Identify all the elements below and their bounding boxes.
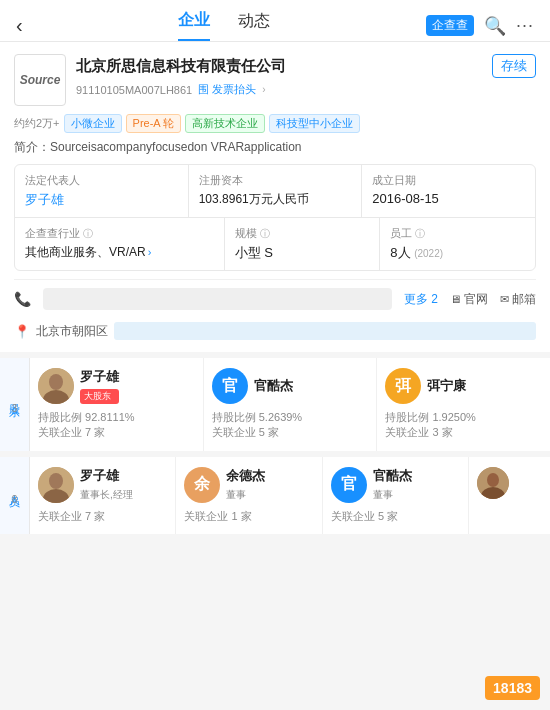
member-3-name: 官酷杰 <box>373 467 412 485</box>
back-button[interactable]: ‹ <box>16 14 23 37</box>
save-button[interactable]: 存续 <box>492 54 536 78</box>
members-section: 人员 8 罗子雄 董事长,经理 <box>0 457 550 534</box>
member-3[interactable]: 官 官酷杰 董事 关联企业 5 家 <box>323 457 469 534</box>
shareholder-3[interactable]: 弭 弭宁康 持股比例 1.9250% 关联企业 3 家 <box>377 358 550 451</box>
member-1[interactable]: 罗子雄 董事长,经理 关联企业 7 家 <box>30 457 176 534</box>
more-link[interactable]: 更多 2 <box>404 291 438 308</box>
chevron-right-icon: › <box>262 84 265 95</box>
shareholder-2-detail: 持股比例 5.2639% 关联企业 5 家 <box>212 410 369 441</box>
member-3-detail: 关联企业 5 家 <box>331 509 460 524</box>
reg-capital-label: 注册资本 <box>199 173 352 188</box>
members-content: 罗子雄 董事长,经理 关联企业 7 家 余 余德杰 董事 <box>30 457 550 534</box>
member-1-detail: 关联企业 7 家 <box>38 509 167 524</box>
member-2-detail: 关联企业 1 家 <box>184 509 313 524</box>
info-grid: 法定代表人 罗子雄 注册资本 103.8961万元人民币 成立日期 2016-0… <box>14 164 536 271</box>
member-2[interactable]: 余 余德杰 董事 关联企业 1 家 <box>176 457 322 534</box>
shareholder-2[interactable]: 官 官酷杰 持股比例 5.2639% 关联企业 5 家 <box>204 358 378 451</box>
member-3-role: 董事 <box>373 488 412 502</box>
nav-tabs: 企业 动态 <box>178 10 270 41</box>
shareholder-3-name-col: 弭宁康 <box>427 377 466 395</box>
email-link[interactable]: ✉ 邮箱 <box>500 291 536 308</box>
contact-row: 📞 更多 2 🖥 官网 ✉ 邮箱 › <box>14 279 536 316</box>
members-wrapper: 人员 8 罗子雄 董事长,经理 <box>0 457 550 534</box>
member-2-name: 余德杰 <box>226 467 265 485</box>
legal-rep-label: 法定代表人 <box>25 173 178 188</box>
watermark: 18183 <box>485 676 540 700</box>
svg-point-7 <box>487 473 499 487</box>
top-nav: ‹ 企业 动态 企查查 🔍 ··· <box>0 0 550 42</box>
industry-value[interactable]: 其他商业服务、VR/AR› <box>25 244 214 261</box>
est-date-label: 成立日期 <box>372 173 525 188</box>
member-3-avatar-row: 官 官酷杰 董事 <box>331 467 460 503</box>
shareholder-1-detail: 持股比例 92.8111% 关联企业 7 家 <box>38 410 195 441</box>
member-1-name-col: 罗子雄 董事长,经理 <box>80 467 133 502</box>
tab-dynamic[interactable]: 动态 <box>238 11 270 40</box>
info-row-2: 企查查行业 ⓘ 其他商业服务、VR/AR› 规模 ⓘ 小型 S 员工 ⓘ <box>15 218 535 270</box>
company-card: Source 北京所思信息科技有限责任公司 存续 91110105MA007LH… <box>0 42 550 352</box>
shareholder-2-avatar: 官 <box>212 368 248 404</box>
shareholder-3-avatar-row: 弭 弭宁康 <box>385 368 542 404</box>
location-icon: 📍 <box>14 324 30 339</box>
brand-badge: 企查查 <box>426 15 474 36</box>
info-icon-3: ⓘ <box>415 227 425 241</box>
shareholders-content: 罗子雄 大股东 持股比例 92.8111% 关联企业 7 家 官 官酷杰 <box>30 358 550 451</box>
info-icon: ⓘ <box>83 227 93 241</box>
company-name-row: 北京所思信息科技有限责任公司 存续 <box>76 54 536 78</box>
tag-small-enterprise[interactable]: 小微企业 <box>64 114 122 133</box>
followers-count: 约约2万+ <box>14 116 60 131</box>
major-shareholder-badge: 大股东 <box>80 389 119 404</box>
legal-rep-value[interactable]: 罗子雄 <box>25 191 178 209</box>
shareholder-2-name: 官酷杰 <box>254 377 293 395</box>
company-name: 北京所思信息科技有限责任公司 <box>76 56 492 76</box>
shareholders-section: 股东 3 罗子雄 大股东 <box>0 358 550 451</box>
member-2-name-col: 余德杰 董事 <box>226 467 265 502</box>
shareholder-2-avatar-row: 官 官酷杰 <box>212 368 369 404</box>
legal-rep-cell: 法定代表人 罗子雄 <box>15 165 189 217</box>
info-row-1: 法定代表人 罗子雄 注册资本 103.8961万元人民币 成立日期 2016-0… <box>15 165 535 218</box>
est-date-value: 2016-08-15 <box>372 191 525 206</box>
employee-cell: 员工 ⓘ 8人 (2022) <box>380 218 535 270</box>
search-icon[interactable]: 🔍 <box>484 15 506 37</box>
shareholders-label: 股东 <box>7 395 22 399</box>
phone-icon: 📞 <box>14 291 31 307</box>
website-link[interactable]: 🖥 官网 <box>450 291 488 308</box>
address-text: 北京市朝阳区 <box>36 323 108 340</box>
member-1-avatar-row: 罗子雄 董事长,经理 <box>38 467 167 503</box>
member-2-role: 董事 <box>226 488 265 502</box>
industry-cell: 企查查行业 ⓘ 其他商业服务、VR/AR› <box>15 218 225 270</box>
company-info: 北京所思信息科技有限责任公司 存续 91110105MA007LH861 围 发… <box>76 54 536 97</box>
company-meta: 约约2万+ 小微企业 Pre-A 轮 高新技术企业 科技型中小企业 <box>14 114 536 133</box>
member-4-avatar <box>477 467 509 499</box>
more-icon[interactable]: ··· <box>516 15 534 36</box>
shareholder-1-avatar-row: 罗子雄 大股东 <box>38 368 195 404</box>
reg-capital-cell: 注册资本 103.8961万元人民币 <box>189 165 363 217</box>
shareholder-2-name-col: 官酷杰 <box>254 377 293 395</box>
members-label-col: 人员 8 <box>0 457 30 534</box>
est-date-cell: 成立日期 2016-08-15 <box>362 165 535 217</box>
scale-value: 小型 S <box>235 244 370 262</box>
shareholder-3-name: 弭宁康 <box>427 377 466 395</box>
phone-blur <box>43 288 392 310</box>
shareholders-wrapper: 股东 3 罗子雄 大股东 <box>0 358 550 451</box>
invoice-link[interactable]: 围 发票抬头 <box>198 82 256 97</box>
member-4-avatar-row <box>477 467 542 499</box>
member-4[interactable] <box>469 457 550 534</box>
member-1-avatar <box>38 467 74 503</box>
company-id-row: 91110105MA007LH861 围 发票抬头 › <box>76 82 536 97</box>
scale-label: 规模 ⓘ <box>235 226 370 241</box>
member-3-avatar: 官 <box>331 467 367 503</box>
company-logo: Source <box>14 54 66 106</box>
shareholder-1-avatar <box>38 368 74 404</box>
members-count: 8 <box>12 494 18 505</box>
tag-high-tech[interactable]: 高新技术企业 <box>185 114 265 133</box>
svg-point-1 <box>49 374 63 390</box>
scale-cell: 规模 ⓘ 小型 S <box>225 218 381 270</box>
company-desc: 简介：Sourceisacompanyfocusedon VRARapplica… <box>14 139 536 156</box>
shareholder-1[interactable]: 罗子雄 大股东 持股比例 92.8111% 关联企业 7 家 <box>30 358 204 451</box>
right-arrow-icon: › <box>525 289 530 307</box>
tag-round[interactable]: Pre-A 轮 <box>126 114 182 133</box>
member-1-name: 罗子雄 <box>80 467 133 485</box>
industry-label: 企查查行业 ⓘ <box>25 226 214 241</box>
tab-enterprise[interactable]: 企业 <box>178 10 210 41</box>
tag-tech-sme[interactable]: 科技型中小企业 <box>269 114 360 133</box>
